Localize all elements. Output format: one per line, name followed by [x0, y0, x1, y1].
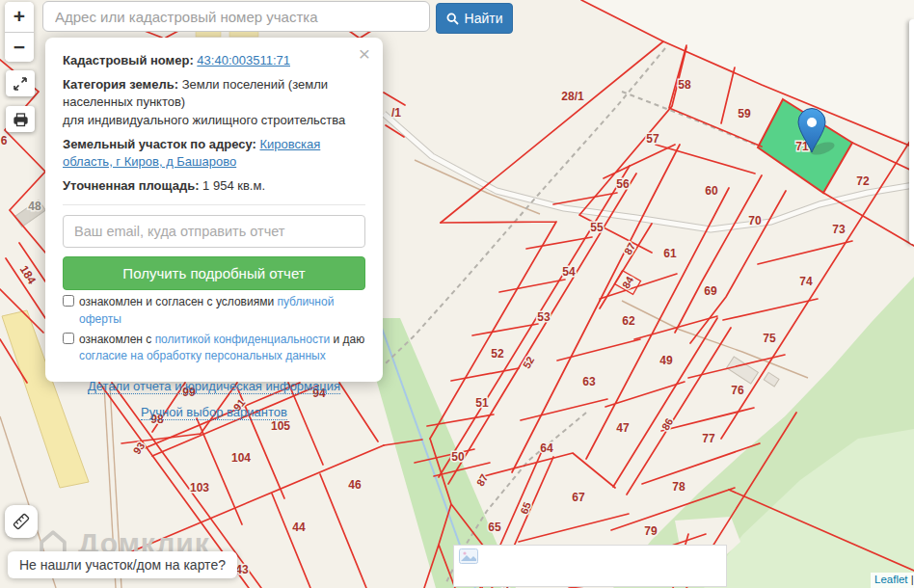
- parcel-label: 104: [231, 451, 251, 465]
- print-button[interactable]: [6, 106, 35, 132]
- parcel-label: 77: [702, 432, 715, 445]
- report-details-row: Детали отчета и юридическая информация: [63, 378, 365, 395]
- privacy-consent-text1: ознакомлен с: [79, 333, 155, 346]
- measure-button[interactable]: [5, 505, 38, 538]
- parcel-label: 52: [491, 347, 504, 361]
- ruler-icon: [12, 512, 31, 531]
- parcel-label: 74: [799, 275, 813, 288]
- area-label: Уточненная площадь:: [63, 178, 199, 193]
- parcel-label: 63: [582, 375, 596, 388]
- attribution: Leaflet | С: [871, 573, 914, 588]
- parcel-label: 72: [856, 174, 870, 188]
- parcel-label: 28/1: [561, 90, 584, 103]
- search-bar: [42, 1, 430, 32]
- zoom-out-button[interactable]: −: [5, 33, 34, 63]
- parcel-label: 76: [731, 384, 744, 397]
- land-category-extra: для индивидуального жилищного строительс…: [63, 113, 345, 127]
- parcel-label: 51: [475, 396, 489, 410]
- parcel-label: 70: [748, 214, 762, 227]
- search-button[interactable]: Найти: [436, 3, 513, 34]
- parcel-label: 62: [622, 314, 635, 328]
- parcel-label: 78: [672, 480, 686, 494]
- banner-box: [453, 545, 727, 587]
- zoom-in-button[interactable]: +: [5, 2, 34, 33]
- parcel-label: 64: [540, 441, 553, 455]
- printer-icon: [13, 112, 29, 127]
- close-icon[interactable]: ×: [359, 43, 370, 64]
- privacy-consent-row: ознакомлен с политикой конфиденциальност…: [63, 332, 365, 365]
- offer-consent-row: ознакомлен и согласен с условиями публич…: [63, 294, 365, 328]
- address-row: Земельный участок по адресу: Кировская о…: [63, 136, 365, 171]
- marker-pin-hole: [807, 118, 817, 127]
- zoom-control: + −: [5, 2, 34, 62]
- parcel-label: 69: [704, 284, 717, 298]
- privacy-consent-text2: и даю: [330, 333, 364, 346]
- parcel-label: 79: [644, 524, 658, 538]
- parcel-label: 61: [663, 247, 677, 260]
- parcel-label: 48: [28, 200, 41, 213]
- parcel-label: 103: [190, 481, 209, 494]
- manual-select-row: Ручной выбор вариантов: [63, 404, 365, 421]
- leaflet-link[interactable]: Leaflet: [874, 574, 908, 585]
- cadastral-number-row: Кадастровый номер: 43:40:003511:71: [63, 52, 365, 69]
- area-value: 1 954 кв.м.: [202, 178, 265, 193]
- area-row: Уточненная площадь: 1 954 кв.м.: [63, 177, 365, 195]
- search-button-label: Найти: [465, 11, 503, 26]
- parcel-label: 65: [488, 521, 501, 534]
- parcel-label: 60: [705, 184, 718, 198]
- fullscreen-button[interactable]: [6, 70, 35, 96]
- parcel-label: 54: [562, 265, 576, 279]
- parcel-label: 6: [1, 134, 8, 147]
- attribution-rest: | С: [908, 574, 914, 585]
- report-details-link[interactable]: Детали отчета и юридическая информация: [88, 379, 340, 394]
- parcel-label: 73: [832, 223, 846, 236]
- side-panel-edge[interactable]: [909, 19, 914, 244]
- email-field[interactable]: [63, 215, 365, 248]
- parcel-label: 44: [292, 521, 306, 534]
- parcel-label: 67: [572, 491, 585, 504]
- search-input[interactable]: [42, 1, 430, 32]
- parcel-label: 55: [590, 221, 604, 234]
- address-label: Земельный участок по адресу:: [63, 137, 256, 151]
- land-category-label: Категория земель:: [63, 77, 178, 92]
- parcel-label: 47: [616, 421, 630, 435]
- expand-arrows-icon: [13, 76, 28, 92]
- manual-select-link[interactable]: Ручной выбор вариантов: [141, 405, 287, 420]
- parcel-label: 49: [659, 354, 673, 367]
- personal-data-link[interactable]: согласие на обработку персональных данны…: [79, 349, 326, 362]
- popup-divider: [63, 204, 365, 205]
- parcel-label: 59: [738, 107, 751, 120]
- parcel-label: 50: [451, 450, 465, 464]
- search-icon: [446, 13, 459, 25]
- offer-consent-text: ознакомлен и согласен с условиями: [79, 295, 277, 308]
- cadastral-number-label: Кадастровый номер:: [63, 53, 194, 67]
- parcel-label: 58: [678, 78, 691, 92]
- parcel-label: 46: [348, 478, 362, 492]
- parcel-label: 57: [646, 132, 659, 146]
- get-report-button[interactable]: Получить подробный отчет: [63, 256, 365, 290]
- privacy-consent-checkbox[interactable]: [63, 333, 74, 344]
- parcel-label: 43: [235, 563, 249, 576]
- parcel-label: /1: [391, 106, 401, 120]
- parcel-info-popup: × Кадастровый номер: 43:40:003511:71 Кат…: [45, 38, 383, 382]
- broken-image-icon: [459, 548, 478, 564]
- parcel-label: 56: [616, 177, 630, 191]
- parcel-label: 53: [537, 310, 551, 324]
- cadastral-number-link[interactable]: 43:40:003511:71: [197, 53, 290, 67]
- map-help-tooltip[interactable]: Не нашли участок/дом на карте?: [8, 551, 237, 578]
- parcel-label: 75: [763, 332, 776, 345]
- privacy-policy-link[interactable]: политикой конфиденциальности: [155, 333, 330, 346]
- offer-consent-checkbox[interactable]: [63, 295, 74, 307]
- land-category-row: Категория земель: Земли поселений (земли…: [63, 76, 365, 129]
